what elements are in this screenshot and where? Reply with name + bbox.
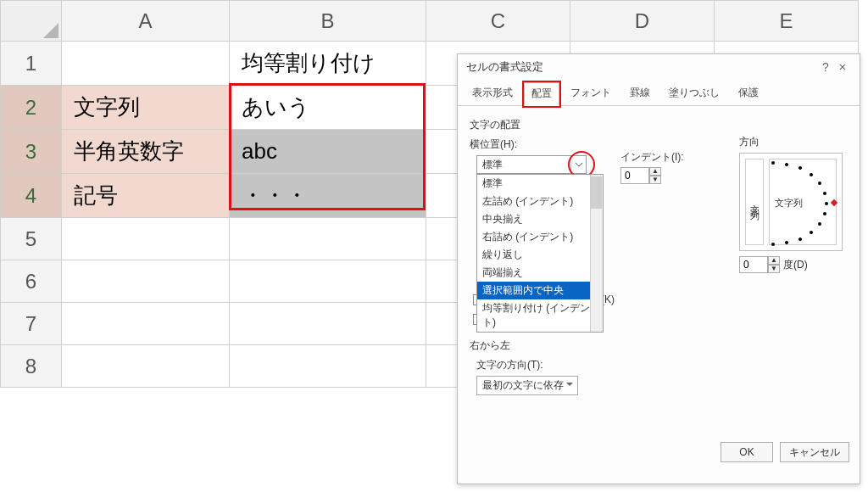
orientation-tick — [823, 212, 826, 215]
cancel-button[interactable]: キャンセル — [780, 442, 849, 462]
cell[interactable] — [62, 303, 230, 345]
indent-input[interactable] — [620, 167, 649, 184]
text-direction-select[interactable]: 最初の文字に依存 — [476, 376, 578, 395]
halign-dropdown-box[interactable]: 標準 — [476, 155, 587, 174]
cell[interactable] — [230, 260, 426, 303]
orientation-horiz-text: 文字列 — [775, 197, 803, 210]
cell[interactable] — [62, 260, 230, 303]
orientation-tick — [823, 192, 826, 195]
orientation-control[interactable]: 文字列 文字列 — [739, 153, 843, 251]
cell[interactable]: あいう — [230, 86, 426, 130]
select-all-corner[interactable] — [1, 1, 62, 42]
ok-button[interactable]: OK — [721, 442, 773, 462]
indent-up-icon[interactable]: ▲ — [649, 167, 661, 176]
orientation-tick — [810, 231, 813, 234]
halign-option[interactable]: 右詰め (インデント) — [477, 228, 603, 246]
halign-option[interactable]: 均等割り付け (インデント) — [477, 299, 603, 332]
row-header[interactable]: 6 — [1, 260, 62, 303]
tab-3[interactable]: 罫線 — [622, 81, 658, 105]
indent-stepper[interactable]: ▲ ▼ — [620, 167, 661, 184]
cell[interactable] — [230, 218, 426, 260]
indent-down-icon[interactable]: ▼ — [649, 176, 661, 184]
column-header[interactable]: A — [62, 1, 230, 42]
cell[interactable]: 記号 — [62, 174, 230, 218]
orientation-degree-input[interactable] — [739, 256, 768, 273]
tab-2[interactable]: フォント — [563, 81, 619, 105]
text-direction-label: 文字の方向(T): — [476, 358, 848, 372]
cell[interactable]: ・・・ — [230, 174, 426, 218]
text-direction-value: 最初の文字に依存 — [482, 378, 564, 393]
dialog-tabs: 表示形式配置フォント罫線塗りつぶし保護 — [458, 80, 860, 106]
format-cells-dialog: セルの書式設定 ? × 表示形式配置フォント罫線塗りつぶし保護 文字の配置 横位… — [457, 53, 860, 484]
orientation-degree-stepper[interactable]: ▲ ▼ — [739, 256, 780, 273]
halign-dropdown[interactable]: 標準 標準左詰め (インデント)中央揃え右詰め (インデント)繰り返し両端揃え選… — [476, 155, 587, 174]
halign-option[interactable]: 両端揃え — [477, 264, 603, 282]
chevron-down-icon[interactable] — [570, 156, 586, 173]
dialog-title: セルの書式設定 — [466, 54, 817, 80]
row-header[interactable]: 7 — [1, 303, 62, 345]
orientation-tick — [825, 202, 828, 205]
cell[interactable] — [230, 345, 426, 388]
row-header[interactable]: 1 — [1, 42, 62, 86]
row-header[interactable]: 8 — [1, 345, 62, 388]
halign-option[interactable]: 選択範囲内で中央 — [477, 282, 603, 299]
row-header[interactable]: 4 — [1, 174, 62, 218]
orientation-tick — [771, 161, 775, 165]
orientation-tick — [810, 173, 813, 176]
orientation-tick — [818, 222, 821, 226]
degree-down-icon[interactable]: ▼ — [768, 265, 780, 273]
halign-option[interactable]: 中央揃え — [477, 210, 603, 228]
tab-4[interactable]: 塗りつぶし — [661, 81, 727, 105]
tab-0[interactable]: 表示形式 — [465, 81, 520, 105]
alignment-group-label: 文字の配置 — [470, 118, 848, 132]
orientation-tick — [798, 166, 802, 170]
scrollbar-thumb[interactable] — [591, 176, 602, 209]
orientation-label: 方向 — [739, 135, 848, 149]
cell[interactable]: abc — [230, 130, 426, 174]
orientation-arc[interactable]: 文字列 — [769, 159, 837, 245]
row-header[interactable]: 3 — [1, 130, 62, 174]
close-icon[interactable]: × — [834, 54, 851, 80]
degree-up-icon[interactable]: ▲ — [768, 256, 780, 265]
degree-unit-label: 度(D) — [783, 258, 808, 272]
orientation-vertical-text[interactable]: 文字列 — [745, 159, 764, 245]
halign-option[interactable]: 標準 — [477, 175, 603, 193]
column-header[interactable]: C — [426, 1, 570, 42]
cell[interactable] — [62, 345, 230, 388]
orientation-tick — [818, 182, 821, 185]
orientation-tick — [798, 238, 802, 241]
column-header[interactable]: D — [570, 1, 715, 42]
halign-value: 標準 — [477, 158, 570, 172]
orientation-tick — [771, 243, 775, 246]
halign-options-list[interactable]: 標準左詰め (インデント)中央揃え右詰め (インデント)繰り返し両端揃え選択範囲… — [476, 174, 604, 333]
tab-1[interactable]: 配置 — [524, 82, 559, 106]
help-icon[interactable]: ? — [817, 54, 834, 80]
cell[interactable]: 文字列 — [62, 86, 230, 130]
cell[interactable] — [62, 42, 230, 86]
tab-5[interactable]: 保護 — [731, 81, 766, 105]
cell[interactable] — [230, 303, 426, 345]
row-header[interactable]: 2 — [1, 86, 62, 130]
orientation-handle[interactable] — [831, 199, 837, 206]
halign-option[interactable]: 繰り返し — [477, 246, 603, 264]
cell[interactable] — [62, 218, 230, 260]
scrollbar[interactable] — [590, 175, 603, 332]
row-header[interactable]: 5 — [1, 218, 62, 260]
column-header[interactable]: E — [715, 1, 859, 42]
cell[interactable]: 半角英数字 — [62, 130, 230, 174]
orientation-tick — [785, 163, 788, 166]
rtl-group-label: 右から左 — [470, 338, 848, 353]
halign-option[interactable]: 左詰め (インデント) — [477, 193, 603, 210]
cell[interactable]: 均等割り付け — [230, 42, 426, 86]
column-header[interactable]: B — [230, 1, 426, 42]
indent-label: インデント(I): — [620, 150, 684, 165]
orientation-tick — [785, 241, 788, 244]
dialog-titlebar[interactable]: セルの書式設定 ? × — [458, 54, 860, 80]
